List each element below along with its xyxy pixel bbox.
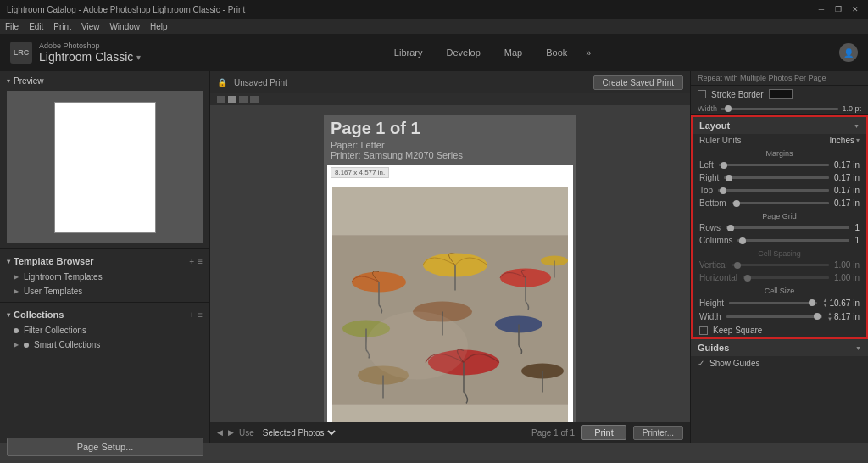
ruler-units-control[interactable]: Inches ▾ [830,136,860,145]
show-guides-label: Show Guides [709,359,760,368]
rows-thumb [727,225,734,232]
ruler-units-label: Ruler Units [699,136,741,145]
collections-collapse-icon: ▾ [7,311,10,319]
height-thumb [809,299,815,306]
stroke-border-checkbox[interactable] [698,90,706,98]
menu-window[interactable]: Window [109,22,140,31]
vertical-value: 1.00 in [834,260,860,270]
menu-help[interactable]: Help [150,22,168,31]
page-setup-button[interactable]: Page Setup... [7,438,203,443]
keep-square-checkbox[interactable] [699,326,708,335]
preview-box [7,91,203,243]
template-browser-menu-button[interactable]: ≡ [198,257,203,266]
tab-library[interactable]: Library [384,44,433,61]
collections-title-area: ▾ Collections [7,310,64,320]
margin-top-slider[interactable] [718,189,829,192]
template-browser-header[interactable]: ▾ Template Browser + ≡ [0,253,209,270]
guides-header[interactable]: Guides ▼ [691,339,868,356]
umbrella-image [332,187,568,422]
margin-bottom-thumb [733,200,740,207]
right-panel: Repeat with Multiple Photos Per Page Str… [690,71,868,443]
template-browser-collapse-icon: ▾ [7,258,10,265]
vertical-row: Vertical 1.00 in [693,259,866,271]
template-item-lightroom[interactable]: ▶ Lightroom Templates [0,270,209,284]
ruler-units-dropdown: ▾ [856,137,860,144]
menu-file[interactable]: File [5,22,19,31]
collection-dot-icon-2 [24,343,29,348]
horizontal-value: 1.00 in [834,273,860,282]
preview-thumbnail [54,102,156,233]
brand-dropdown-icon[interactable]: ▾ [136,53,141,62]
paper-value: Letter [360,140,384,150]
filmstrip-tab-active [228,96,236,103]
width-label: Width [698,104,717,113]
maximize-button[interactable]: ❐ [832,3,844,15]
canvas-area[interactable]: Page 1 of 1 Paper: Letter Printer: Samsu… [210,105,690,422]
keep-square-row: Keep Square [693,323,866,337]
unsaved-print-label: Unsaved Print [234,78,287,87]
preview-section: ▾ Preview [0,71,209,248]
horizontal-row: Horizontal 1.00 in [693,271,866,284]
layout-title: Layout [699,120,730,131]
height-slider[interactable] [729,302,818,304]
margin-right-slider[interactable] [724,176,829,179]
filmstrip-tabs [210,93,690,105]
printer-value: Samsung M2070 Series [364,150,463,160]
template-browser-actions: + ≡ [189,257,203,266]
rows-slider[interactable] [726,226,849,229]
tab-map[interactable]: Map [494,44,532,61]
width-slider[interactable] [726,315,822,318]
page-grid-title: Page Grid [693,209,866,221]
collections-add-button[interactable]: + [189,310,194,320]
printer-button[interactable]: Printer... [633,426,683,440]
create-saved-print-button[interactable]: Create Saved Print [593,75,684,90]
margin-left-label: Left [699,160,714,170]
collection-filter[interactable]: Filter Collections [0,323,209,337]
menu-print[interactable]: Print [53,22,71,31]
close-button[interactable]: ✕ [849,3,861,15]
height-value: 10.67 in [829,298,860,308]
app-logo: LRC [10,42,32,64]
margin-bottom-slider[interactable] [732,202,829,204]
print-canvas: Page 1 of 1 Paper: Letter Printer: Samsu… [324,115,576,422]
stroke-border-row: Stroke Border [691,86,868,103]
layout-header[interactable]: Layout ▼ [693,117,866,134]
prev-page-button[interactable]: ◀ [217,428,223,437]
next-page-button[interactable]: ▶ [228,428,234,437]
print-button[interactable]: Print [581,425,626,440]
nav-more-button[interactable]: » [581,44,596,61]
width-spin[interactable]: ▲ ▼ [827,311,832,321]
columns-slider[interactable] [737,239,849,242]
horizontal-label: Horizontal [699,273,737,282]
margin-left-slider[interactable] [719,164,829,166]
guides-section: Guides ▼ ✓ Show Guides [691,339,868,371]
print-title-area: Unsaved Print [234,78,287,87]
main-layout: ▾ Preview ▾ Template Browser + ≡ ▶ [0,71,868,443]
margin-top-value: 0.17 in [834,186,860,195]
brand-subtitle: Adobe Photoshop [39,42,141,50]
preview-header[interactable]: ▾ Preview [7,76,203,86]
preview-label: Preview [14,76,44,86]
window-controls: ─ ❐ ✕ [815,3,861,15]
keep-square-label: Keep Square [713,326,762,335]
menu-view[interactable]: View [81,22,100,31]
user-avatar[interactable]: 👤 [839,43,858,62]
template-item-user[interactable]: ▶ User Templates [0,284,209,298]
tab-develop[interactable]: Develop [436,44,490,61]
height-row: Height ▲ ▼ 10.67 in [693,296,866,310]
height-spin[interactable]: ▲ ▼ [822,298,827,308]
tab-book[interactable]: Book [536,44,577,61]
stroke-color-swatch[interactable] [769,89,793,99]
collections-header[interactable]: ▾ Collections + ≡ [0,306,209,323]
collection-smart[interactable]: ▶ Smart Collections [0,337,209,352]
menu-edit[interactable]: Edit [29,22,43,31]
minimize-button[interactable]: ─ [815,3,827,15]
svg-point-23 [366,312,468,380]
page-title: Page 1 of 1 [331,119,463,138]
template-browser-add-button[interactable]: + [189,257,194,266]
photo-selector[interactable]: Selected Photos [259,427,338,438]
collections-menu-button[interactable]: ≡ [198,310,203,320]
stroke-width-slider[interactable] [721,108,838,110]
window-title: Lightroom Catalog - Adobe Photoshop Ligh… [7,5,245,14]
page-info: Page 1 of 1 Paper: Letter Printer: Samsu… [327,119,466,160]
